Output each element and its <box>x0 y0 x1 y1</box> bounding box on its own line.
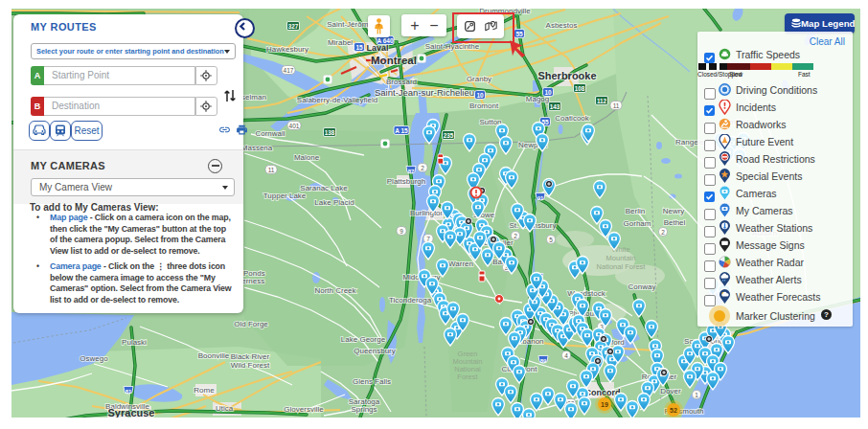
svg-text:Cornwall: Cornwall <box>255 129 285 138</box>
svg-text:Hawkesbury: Hawkesbury <box>266 45 308 54</box>
svg-text:2: 2 <box>421 165 424 171</box>
svg-text:Brossard: Brossard <box>386 78 417 86</box>
svg-text:Lake Placid: Lake Placid <box>314 198 354 207</box>
svg-text:5: 5 <box>549 237 553 243</box>
svg-text:Pulaski: Pulaski <box>122 338 147 347</box>
svg-text:Saint-Hyacinthe: Saint-Hyacinthe <box>425 42 480 51</box>
svg-text:52: 52 <box>670 407 677 414</box>
svg-text:Lake George: Lake George <box>341 335 386 344</box>
svg-text:10: 10 <box>544 89 552 96</box>
svg-text:11: 11 <box>613 102 620 109</box>
svg-text:Plattsburgh: Plattsburgh <box>387 177 425 186</box>
svg-text:417: 417 <box>284 67 294 74</box>
svg-text:Saranac Lake: Saranac Lake <box>300 184 348 192</box>
svg-text:Burlington: Burlington <box>410 209 445 217</box>
svg-text:National Forest: National Forest <box>597 262 647 271</box>
svg-text:15: 15 <box>355 44 363 51</box>
svg-text:Warren: Warren <box>448 260 473 268</box>
svg-text:A 640: A 640 <box>377 37 393 44</box>
svg-text:Newry: Newry <box>663 207 685 215</box>
svg-text:327: 327 <box>288 23 299 30</box>
svg-text:112: 112 <box>597 98 607 104</box>
svg-text:Wild Forest: Wild Forest <box>231 361 270 370</box>
svg-text:2: 2 <box>661 229 665 236</box>
svg-text:Queensbury: Queensbury <box>354 347 396 355</box>
svg-text:Rome: Rome <box>194 386 215 395</box>
svg-text:Bethel: Bethel <box>664 218 686 227</box>
svg-text:2: 2 <box>514 233 517 239</box>
svg-text:Salaberry-de-Valleyfield: Salaberry-de-Valleyfield <box>297 96 377 104</box>
svg-text:143: 143 <box>550 103 560 110</box>
svg-text:Oswego: Oswego <box>80 354 108 363</box>
svg-text:Boonville: Boonville <box>198 351 230 360</box>
svg-text:Tupper Lake: Tupper Lake <box>263 192 307 200</box>
svg-text:A 15: A 15 <box>395 127 408 134</box>
svg-text:Glens Falls: Glens Falls <box>353 377 391 386</box>
svg-text:Gorham: Gorham <box>624 219 651 228</box>
svg-text:Dover: Dover <box>660 387 681 395</box>
svg-text:55: 55 <box>515 31 523 37</box>
svg-text:235: 235 <box>444 132 454 139</box>
svg-text:Forest: Forest <box>457 373 478 381</box>
svg-text:Bromont: Bromont <box>469 102 499 110</box>
svg-text:Berlin: Berlin <box>626 207 645 215</box>
svg-text:Conway: Conway <box>628 282 656 291</box>
svg-text:Mirabel: Mirabel <box>328 38 353 47</box>
svg-text:19: 19 <box>601 401 608 408</box>
svg-text:Granby: Granby <box>467 75 491 83</box>
svg-text:108: 108 <box>575 85 585 92</box>
svg-text:Mountain: Mountain <box>606 254 636 262</box>
svg-text:10: 10 <box>476 92 484 99</box>
svg-text:89: 89 <box>540 358 547 364</box>
svg-text:401: 401 <box>289 123 300 129</box>
svg-text:Montreal: Montreal <box>371 55 417 66</box>
svg-text:Ticonderoga: Ticonderoga <box>389 296 432 305</box>
svg-text:4: 4 <box>564 352 568 359</box>
svg-text:91: 91 <box>537 195 544 201</box>
svg-text:Old Forge: Old Forge <box>234 320 268 328</box>
svg-text:Sherbrooke: Sherbrooke <box>537 70 596 81</box>
svg-text:Utica: Utica <box>216 404 234 413</box>
svg-text:9: 9 <box>400 228 403 235</box>
svg-text:Saint-Jean-sur-Richelieu: Saint-Jean-sur-Richelieu <box>375 87 474 98</box>
svg-text:87: 87 <box>408 169 415 174</box>
svg-text:Coaticook: Coaticook <box>555 114 590 123</box>
svg-text:Malone: Malone <box>294 153 320 162</box>
svg-text:7: 7 <box>426 236 430 242</box>
svg-text:Black River: Black River <box>231 352 270 361</box>
svg-text:Springs: Springs <box>351 405 377 414</box>
svg-text:Massena: Massena <box>241 144 273 152</box>
svg-text:North Creek: North Creek <box>314 286 356 295</box>
svg-text:Gloversville: Gloversville <box>284 405 324 414</box>
svg-text:Syracuse: Syracuse <box>108 407 155 418</box>
svg-text:81: 81 <box>126 389 132 395</box>
svg-text:1: 1 <box>695 392 698 398</box>
svg-text:Saint-Jérôme: Saint-Jérôme <box>327 20 373 29</box>
svg-text:Asbestos: Asbestos <box>546 21 578 30</box>
svg-text:11: 11 <box>268 167 275 173</box>
svg-text:138: 138 <box>325 129 335 136</box>
